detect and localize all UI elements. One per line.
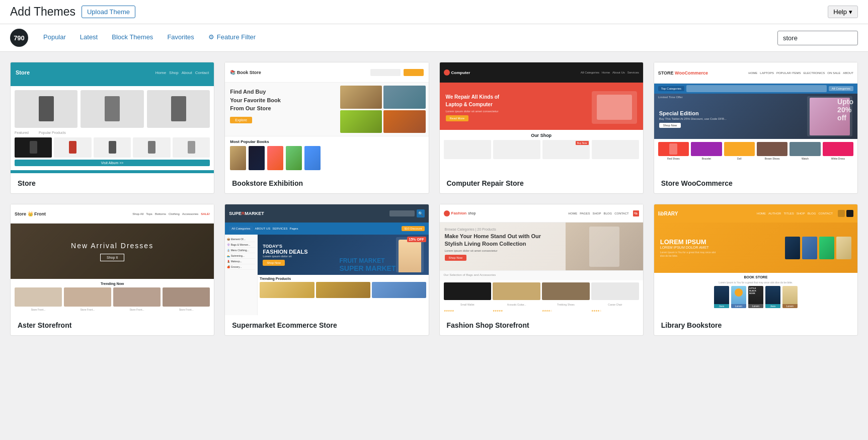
theme-preview-supermarket: SUPERMARKET 🔍 All Categories ABOUT US SE… xyxy=(225,204,428,315)
theme-count-badge: 790 xyxy=(10,29,28,47)
help-label: Help xyxy=(833,8,847,16)
theme-name-computer: Computer Repair Store xyxy=(440,173,643,193)
chevron-down-icon xyxy=(849,8,852,16)
theme-card-store[interactable]: Store HomeShopAboutContact xyxy=(10,62,214,194)
theme-name-store: Store xyxy=(11,173,214,193)
theme-name-bookstore: Bookstore Exhibition xyxy=(225,173,428,193)
theme-name-supermarket: Supermarket Ecommerce Store xyxy=(225,315,428,335)
page-title: Add Themes xyxy=(10,5,75,19)
theme-name-library: Library Bookstore xyxy=(654,315,857,335)
tab-feature-filter[interactable]: Feature Filter xyxy=(201,24,263,51)
theme-preview-bookstore: 📚 Book Store Find And BuyYour Favorite B… xyxy=(225,62,428,173)
themes-grid: Store HomeShopAboutContact xyxy=(0,52,868,346)
theme-preview-store: Store HomeShopAboutContact xyxy=(11,62,214,173)
theme-name-woo: Store WooCommerce xyxy=(654,173,857,193)
theme-preview-woo: STORE WooCommerce HOMELAPTOPSPOPULAR ITE… xyxy=(654,62,857,173)
theme-preview-library: libRARY HOMEAUTHORTITLESSHOPBLOGCONTACT … xyxy=(654,204,857,315)
help-button[interactable]: Help xyxy=(828,6,858,18)
theme-preview-computer: Computer All Categories Home About Us Se… xyxy=(440,62,643,173)
nav-bar: 790 Popular Latest Block Themes Favorite… xyxy=(0,24,868,52)
theme-card-bookstore[interactable]: 📚 Book Store Find And BuyYour Favorite B… xyxy=(224,62,429,194)
search-box xyxy=(777,31,858,45)
theme-card-library[interactable]: libRARY HOMEAUTHORTITLESSHOPBLOGCONTACT … xyxy=(654,204,858,336)
search-input[interactable] xyxy=(777,31,858,45)
top-bar: Add Themes Upload Theme Help xyxy=(0,0,868,24)
theme-card-woo[interactable]: STORE WooCommerce HOMELAPTOPSPOPULAR ITE… xyxy=(654,62,858,194)
theme-name-storefront: Aster Storefront xyxy=(11,315,214,335)
upload-theme-button[interactable]: Upload Theme xyxy=(82,6,135,18)
theme-preview-storefront: Store 👑 Front Shop AllTopsBottomsClothin… xyxy=(11,204,214,315)
tab-block-themes[interactable]: Block Themes xyxy=(105,24,160,51)
theme-card-fashion[interactable]: Fashionshop HOMEPAGESSHOPBLOGCONTACT 🛍 B… xyxy=(439,204,644,336)
nav-tabs: Popular Latest Block Themes Favorites Fe… xyxy=(36,24,777,51)
top-bar-left: Add Themes Upload Theme xyxy=(10,5,135,19)
tab-popular[interactable]: Popular xyxy=(36,24,73,51)
gear-icon xyxy=(208,33,214,41)
theme-card-computer[interactable]: Computer All Categories Home About Us Se… xyxy=(439,62,644,194)
tab-favorites[interactable]: Favorites xyxy=(160,24,201,51)
theme-name-fashion: Fashion Shop Storefront xyxy=(440,315,643,335)
theme-card-storefront[interactable]: Store 👑 Front Shop AllTopsBottomsClothin… xyxy=(10,204,214,336)
theme-preview-fashion: Fashionshop HOMEPAGESSHOPBLOGCONTACT 🛍 B… xyxy=(440,204,643,315)
theme-card-supermarket[interactable]: SUPERMARKET 🔍 All Categories ABOUT US SE… xyxy=(224,204,429,336)
tab-latest[interactable]: Latest xyxy=(73,24,105,51)
